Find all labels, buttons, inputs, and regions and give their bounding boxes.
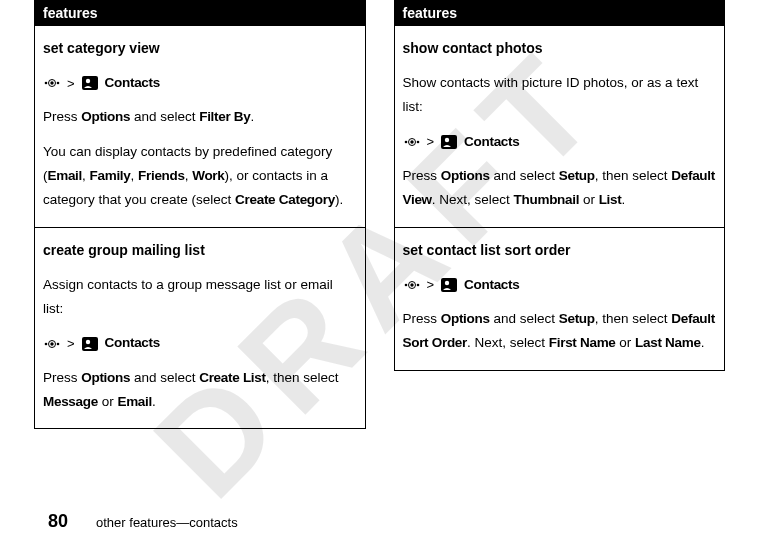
section-set-sort-order: set contact list sort order > Contacts P… bbox=[394, 228, 726, 371]
svg-point-21 bbox=[416, 284, 419, 287]
page-number: 80 bbox=[48, 511, 68, 532]
left-column: features set category view > Contacts Pr… bbox=[34, 0, 366, 429]
features-header-left: features bbox=[34, 0, 366, 26]
joystick-icon bbox=[403, 278, 421, 292]
svg-point-3 bbox=[57, 82, 60, 85]
instruction-text: You can display contacts by predefined c… bbox=[43, 140, 357, 213]
section-set-category-view: set category view > Contacts Press Optio… bbox=[34, 26, 366, 228]
nav-path: > Contacts bbox=[43, 331, 357, 355]
svg-point-0 bbox=[45, 82, 48, 85]
chevron-right-icon: > bbox=[427, 130, 435, 153]
joystick-icon bbox=[43, 76, 61, 90]
svg-point-17 bbox=[445, 138, 449, 142]
page-footer: 80 other features—contacts bbox=[48, 511, 238, 532]
chevron-right-icon: > bbox=[67, 72, 75, 95]
nav-path: > Contacts bbox=[403, 273, 717, 297]
intro-text: Assign contacts to a group message list … bbox=[43, 273, 357, 322]
svg-point-18 bbox=[404, 284, 407, 287]
nav-label: Contacts bbox=[105, 71, 160, 95]
section-title: show contact photos bbox=[403, 36, 717, 61]
chevron-right-icon: > bbox=[67, 332, 75, 355]
section-show-contact-photos: show contact photos Show contacts with p… bbox=[394, 26, 726, 228]
svg-point-8 bbox=[50, 342, 53, 345]
features-header-right: features bbox=[394, 0, 726, 26]
instruction-text: Press Options and select Setup, then sel… bbox=[403, 164, 717, 213]
contacts-icon bbox=[440, 277, 458, 293]
svg-point-2 bbox=[50, 82, 53, 85]
intro-text: Show contacts with picture ID photos, or… bbox=[403, 71, 717, 120]
svg-point-20 bbox=[410, 283, 413, 286]
svg-point-11 bbox=[85, 339, 89, 343]
instruction-text: Press Options and select Create List, th… bbox=[43, 366, 357, 415]
instruction-text: Press Options and select Setup, then sel… bbox=[403, 307, 717, 356]
section-title: set contact list sort order bbox=[403, 238, 717, 263]
right-column: features show contact photos Show contac… bbox=[394, 0, 726, 429]
nav-label: Contacts bbox=[464, 273, 519, 297]
contacts-icon bbox=[81, 75, 99, 91]
section-create-group-mailing-list: create group mailing list Assign contact… bbox=[34, 228, 366, 430]
joystick-icon bbox=[43, 337, 61, 351]
contacts-icon bbox=[81, 336, 99, 352]
svg-point-12 bbox=[404, 141, 407, 144]
nav-path: > Contacts bbox=[43, 71, 357, 95]
joystick-icon bbox=[403, 135, 421, 149]
svg-point-6 bbox=[45, 342, 48, 345]
svg-point-9 bbox=[57, 342, 60, 345]
content-columns: features set category view > Contacts Pr… bbox=[34, 0, 725, 429]
footer-text: other features—contacts bbox=[96, 515, 238, 530]
svg-point-23 bbox=[445, 281, 449, 285]
nav-label: Contacts bbox=[464, 130, 519, 154]
svg-point-5 bbox=[85, 79, 89, 83]
svg-point-14 bbox=[410, 140, 413, 143]
section-title: set category view bbox=[43, 36, 357, 61]
chevron-right-icon: > bbox=[427, 273, 435, 296]
contacts-icon bbox=[440, 134, 458, 150]
instruction-text: Press Options and select Filter By. bbox=[43, 105, 357, 129]
nav-label: Contacts bbox=[105, 331, 160, 355]
svg-point-15 bbox=[416, 141, 419, 144]
nav-path: > Contacts bbox=[403, 130, 717, 154]
section-title: create group mailing list bbox=[43, 238, 357, 263]
